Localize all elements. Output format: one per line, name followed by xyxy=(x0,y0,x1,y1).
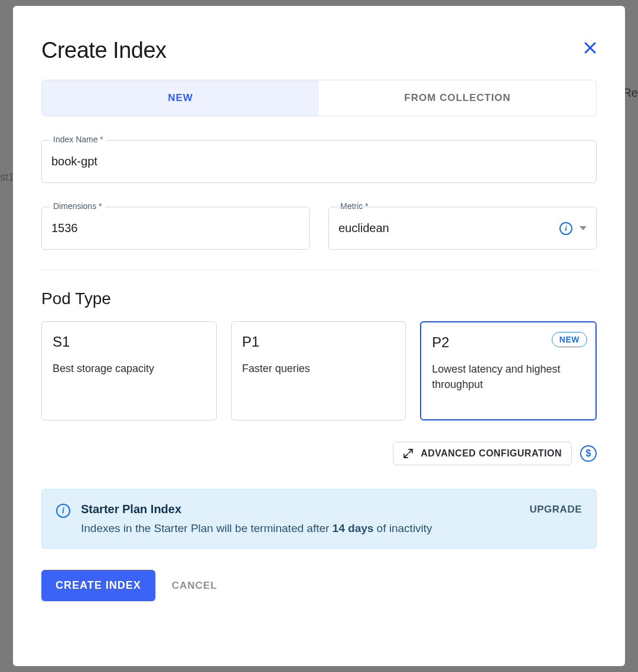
advanced-configuration-button[interactable]: ADVANCED CONFIGURATION xyxy=(393,442,572,465)
pod-desc: Faster queries xyxy=(242,361,395,376)
background-text-right: Re xyxy=(623,86,638,100)
dimensions-label: Dimensions * xyxy=(50,201,105,211)
pod-desc: Lowest latency and highest throughput xyxy=(432,361,585,392)
create-index-button[interactable]: CREATE INDEX xyxy=(41,570,155,601)
pod-type-grid: S1 Best storage capacity P1 Faster queri… xyxy=(41,321,597,420)
modal-title: Create Index xyxy=(41,38,167,63)
cancel-button[interactable]: CANCEL xyxy=(172,580,217,592)
metric-info-icon[interactable]: i xyxy=(559,222,572,235)
banner-text: Indexes in the Starter Plan will be term… xyxy=(81,522,519,535)
background-text-left: st1 xyxy=(0,171,14,184)
pricing-icon[interactable]: $ xyxy=(580,445,597,462)
tabs: NEW FROM COLLECTION xyxy=(41,80,597,116)
banner-title: Starter Plan Index xyxy=(81,503,519,516)
divider xyxy=(41,270,597,270)
pod-desc: Best storage capacity xyxy=(53,361,206,376)
upgrade-link[interactable]: UPGRADE xyxy=(529,504,582,516)
pod-card-p2[interactable]: NEW P2 Lowest latency and highest throug… xyxy=(420,321,597,420)
index-name-field: Index Name * xyxy=(41,140,597,183)
metric-select[interactable]: euclidean i xyxy=(328,207,597,250)
pod-name: P1 xyxy=(242,334,395,350)
pod-card-s1[interactable]: S1 Best storage capacity xyxy=(41,321,217,420)
pod-name: S1 xyxy=(53,334,206,350)
advanced-configuration-label: ADVANCED CONFIGURATION xyxy=(421,448,562,459)
pod-card-p1[interactable]: P1 Faster queries xyxy=(231,321,406,420)
close-button[interactable] xyxy=(584,41,597,54)
close-icon xyxy=(584,41,597,54)
index-name-label: Index Name * xyxy=(50,135,107,144)
dimensions-field: Dimensions * xyxy=(41,207,310,250)
tab-new[interactable]: NEW xyxy=(42,80,319,116)
new-badge: NEW xyxy=(552,332,587,347)
metric-field: Metric * euclidean i xyxy=(328,207,597,250)
starter-plan-banner: i Starter Plan Index Indexes in the Star… xyxy=(41,489,597,549)
chevron-down-icon xyxy=(580,226,587,230)
create-index-modal: Create Index NEW FROM COLLECTION Index N… xyxy=(13,6,625,666)
tab-from-collection[interactable]: FROM COLLECTION xyxy=(319,80,596,116)
metric-value: euclidean xyxy=(338,221,389,235)
dimensions-input[interactable] xyxy=(41,207,310,250)
info-icon: i xyxy=(56,504,70,518)
index-name-input[interactable] xyxy=(41,140,597,183)
pod-type-heading: Pod Type xyxy=(41,289,597,308)
expand-icon xyxy=(403,448,414,459)
